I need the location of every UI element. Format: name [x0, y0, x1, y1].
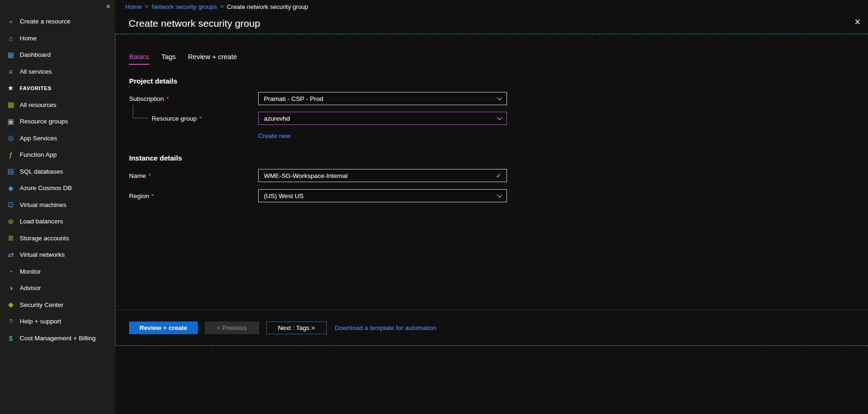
- load-balancers-icon: ⊕: [6, 217, 15, 226]
- function-app-icon: ƒ: [6, 151, 15, 159]
- subscription-dropdown[interactable]: Pramati - CSP - Prod: [258, 92, 507, 105]
- panel-body: Basics Tags Review + create Project deta…: [115, 34, 868, 202]
- tab-basics[interactable]: Basics: [129, 53, 149, 65]
- project-details-heading: Project details: [129, 77, 868, 85]
- region-label-text: Region: [129, 192, 149, 199]
- sidebar-item-label: All resources: [20, 101, 56, 108]
- resource-group-value: azurevhd: [264, 115, 290, 122]
- sidebar-item-label: Home: [20, 35, 37, 42]
- name-value: WME-SG-Workspace-Internal: [264, 172, 347, 179]
- sidebar-item-azure-cosmos-db[interactable]: ◈Azure Cosmos DB: [0, 180, 115, 197]
- virtual-machines-icon: ⊡: [6, 200, 15, 209]
- sidebar-item-storage-accounts[interactable]: ≣Storage accounts: [0, 230, 115, 247]
- tab-tags[interactable]: Tags: [161, 53, 176, 65]
- breadcrumb-home-link[interactable]: Home: [125, 3, 142, 10]
- sidebar-item-security-center[interactable]: ◆Security Center: [0, 297, 115, 314]
- help-support-icon: ?: [6, 317, 15, 325]
- sidebar-item-label: Advisor: [20, 284, 41, 291]
- dashboard-icon: ▦: [6, 51, 15, 59]
- name-field-row: Name * WME-SG-Workspace-Internal ✓: [129, 169, 868, 182]
- sidebar-item-resource-groups[interactable]: ▣Resource groups: [0, 113, 115, 130]
- breadcrumb-separator-icon: >: [220, 3, 223, 10]
- sidebar-item-app-services[interactable]: ◎App Services: [0, 130, 115, 147]
- all-resources-grid-icon: ▦: [6, 100, 15, 109]
- subscription-label-text: Subscription: [129, 95, 164, 102]
- sidebar-item-function-app[interactable]: ƒFunction App: [0, 146, 115, 163]
- create-new-link[interactable]: Create new: [258, 132, 291, 139]
- sidebar-item-label: Azure Cosmos DB: [20, 184, 72, 192]
- sidebar-item-label: Virtual machines: [20, 201, 67, 208]
- valid-check-icon: ✓: [496, 172, 501, 179]
- sidebar-item-label: Help + support: [20, 318, 61, 325]
- sidebar-item-label: FAVORITES: [20, 85, 52, 91]
- chevron-down-icon: [497, 115, 502, 120]
- azure-portal: « +Create a resource⌂Home▦Dashboard≡All …: [0, 0, 868, 414]
- sidebar-item-home[interactable]: ⌂Home: [0, 30, 115, 47]
- resource-groups-icon: ▣: [6, 117, 15, 126]
- download-template-link[interactable]: Download a template for automation: [335, 324, 437, 331]
- sidebar-item-label: Security Center: [20, 301, 63, 308]
- subscription-value: Pramati - CSP - Prod: [264, 95, 323, 102]
- sidebar-item-label: Create a resource: [20, 18, 70, 25]
- sidebar-item-all-resources[interactable]: ▦All resources: [0, 97, 115, 114]
- region-value: (US) West US: [264, 192, 304, 199]
- virtual-networks-icon: ⇄: [6, 251, 15, 259]
- sidebar-item-monitor[interactable]: ◔Monitor: [0, 263, 115, 280]
- sidebar-item-help-support[interactable]: ?Help + support: [0, 313, 115, 330]
- sidebar-item-label: Load balancers: [20, 218, 63, 225]
- name-label-text: Name: [129, 172, 146, 179]
- resource-group-dropdown[interactable]: azurevhd: [258, 112, 507, 125]
- sidebar-item-label: Virtual networks: [20, 251, 65, 258]
- collapse-sidebar-button[interactable]: «: [106, 2, 110, 10]
- chevron-down-icon: [497, 192, 502, 197]
- breadcrumb-network-security-groups-link[interactable]: Network security groups: [152, 3, 217, 10]
- sidebar-item-virtual-networks[interactable]: ⇄Virtual networks: [0, 246, 115, 263]
- sidebar-item-sql-databases[interactable]: ▤SQL databases: [0, 163, 115, 180]
- sidebar-item-label: Cost Management + Billing: [20, 335, 96, 342]
- subscription-label: Subscription *: [129, 92, 258, 105]
- main-content: Home > Network security groups > Create …: [115, 0, 868, 414]
- sidebar-item-cost-management-billing[interactable]: $Cost Management + Billing: [0, 330, 115, 347]
- resource-group-label-text: Resource group: [152, 115, 197, 122]
- tab-review-create[interactable]: Review + create: [188, 53, 237, 65]
- breadcrumb: Home > Network security groups > Create …: [115, 0, 868, 13]
- resource-group-field-row: Resource group * azurevhd: [129, 112, 868, 125]
- next-tags-button[interactable]: Next : Tags >: [266, 322, 327, 334]
- name-label: Name *: [129, 169, 258, 182]
- sidebar-item-create-a-resource[interactable]: +Create a resource: [0, 13, 115, 30]
- required-asterisk: *: [166, 95, 169, 102]
- sidebar-item-dashboard[interactable]: ▦Dashboard: [0, 46, 115, 63]
- sidebar-item-label: SQL databases: [20, 168, 63, 175]
- sql-databases-icon: ▤: [6, 167, 15, 176]
- previous-button[interactable]: < Previous: [205, 322, 259, 334]
- sidebar-item-virtual-machines[interactable]: ⊡Virtual machines: [0, 197, 115, 214]
- sidebar-item-label: Storage accounts: [20, 235, 69, 242]
- close-icon[interactable]: ×: [854, 17, 860, 27]
- plus-icon: +: [6, 17, 15, 25]
- region-dropdown[interactable]: (US) West US: [258, 189, 507, 202]
- name-input[interactable]: WME-SG-Workspace-Internal ✓: [258, 169, 507, 182]
- sidebar-item-all-services[interactable]: ≡All services: [0, 63, 115, 80]
- star-icon: ★: [6, 84, 15, 92]
- region-field-row: Region * (US) West US: [129, 189, 868, 202]
- chevron-down-icon: [497, 95, 502, 100]
- sidebar-item-label: Monitor: [20, 268, 41, 275]
- shield-icon: ◆: [6, 300, 15, 309]
- home-icon: ⌂: [6, 34, 15, 42]
- sidebar-item-advisor[interactable]: ◑Advisor: [0, 280, 115, 297]
- required-asterisk: *: [152, 192, 154, 199]
- sidebar-item-load-balancers[interactable]: ⊕Load balancers: [0, 213, 115, 230]
- sidebar-item-label: Resource groups: [20, 118, 68, 125]
- sidebar: « +Create a resource⌂Home▦Dashboard≡All …: [0, 0, 115, 414]
- breadcrumb-current-page: Create network security group: [227, 3, 308, 10]
- subscription-field-row: Subscription * Pramati - CSP - Prod: [129, 92, 868, 105]
- app-services-icon: ◎: [6, 134, 15, 142]
- review-create-button[interactable]: Review + create: [129, 322, 198, 334]
- required-asterisk: *: [148, 172, 151, 179]
- monitor-icon: ◔: [6, 268, 15, 276]
- sidebar-item-label: Function App: [20, 151, 57, 158]
- sidebar-items: +Create a resource⌂Home▦Dashboard≡All se…: [0, 13, 115, 346]
- region-label: Region *: [129, 189, 258, 202]
- cosmos-db-icon: ◈: [6, 184, 15, 192]
- instance-details-heading: Instance details: [129, 154, 868, 162]
